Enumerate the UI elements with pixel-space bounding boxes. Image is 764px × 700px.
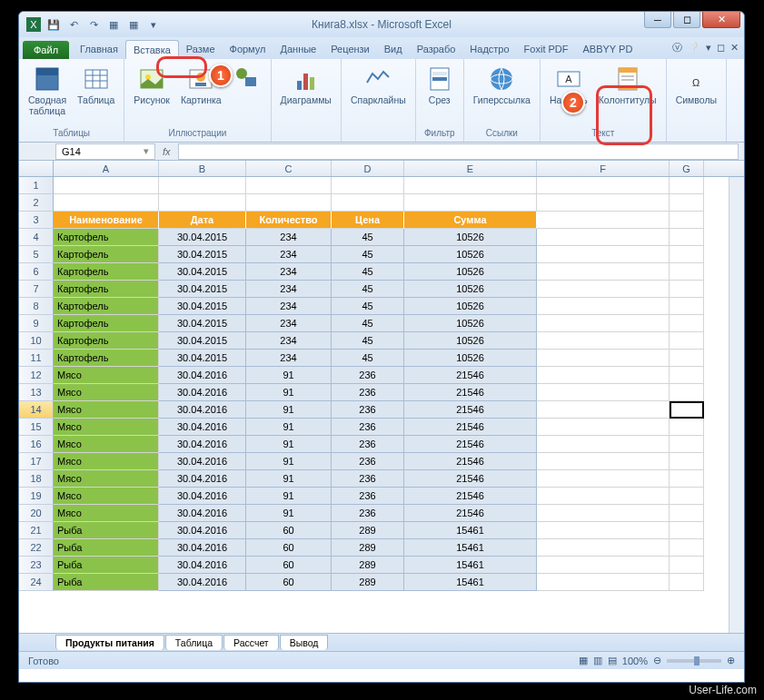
cell[interactable]: 15461 — [404, 539, 537, 557]
cell[interactable]: 30.04.2016 — [159, 574, 246, 591]
cell[interactable]: 236 — [332, 384, 404, 401]
tab-разме[interactable]: Разме — [179, 40, 223, 59]
cell[interactable]: 30.04.2016 — [159, 384, 246, 401]
cell[interactable] — [537, 419, 670, 436]
qat-dropdown-icon[interactable]: ▾ — [144, 15, 163, 34]
cell[interactable] — [537, 350, 670, 367]
cell[interactable] — [537, 384, 670, 401]
cell[interactable] — [159, 194, 246, 212]
cell[interactable]: 10526 — [404, 229, 537, 246]
tab-данные[interactable]: Данные — [273, 40, 323, 59]
cell[interactable]: 236 — [332, 419, 404, 436]
tab-формул[interactable]: Формул — [223, 40, 273, 59]
view-pagebreak-icon[interactable]: ▤ — [608, 655, 617, 666]
tab-главная[interactable]: Главная — [73, 40, 125, 59]
row-header-22[interactable]: 22 — [19, 539, 54, 557]
ribbon-restore-icon[interactable]: ◻ — [717, 42, 725, 54]
row-header-24[interactable]: 24 — [19, 574, 54, 591]
cell[interactable]: Мясо — [54, 384, 159, 401]
ribbon-options-icon[interactable]: ▾ — [706, 42, 711, 54]
ribbon-headerfooter-button[interactable]: Колонтитулы — [595, 63, 660, 108]
cell[interactable]: Рыба — [54, 522, 159, 539]
col-header-F[interactable]: F — [537, 161, 670, 176]
cell[interactable] — [670, 315, 704, 332]
cell[interactable] — [537, 263, 670, 281]
cell[interactable]: 10526 — [404, 315, 537, 332]
header-cell[interactable]: Наименование — [54, 212, 159, 229]
cell[interactable]: 236 — [332, 470, 404, 488]
cell[interactable] — [670, 557, 704, 574]
cell[interactable] — [537, 436, 670, 453]
cell[interactable]: 30.04.2015 — [159, 229, 246, 246]
ribbon-shapes-dd-button[interactable] — [229, 63, 265, 97]
cell[interactable]: 289 — [332, 557, 404, 574]
cell[interactable]: 60 — [246, 557, 332, 574]
cell[interactable]: 45 — [332, 229, 404, 246]
cell[interactable]: Рыба — [54, 557, 159, 574]
row-header-14[interactable]: 14 — [19, 401, 54, 419]
cell[interactable]: 21546 — [404, 436, 537, 453]
cell[interactable]: 45 — [332, 263, 404, 281]
cell[interactable] — [246, 177, 332, 194]
cell[interactable] — [670, 470, 704, 488]
cell[interactable] — [159, 177, 246, 194]
cell[interactable]: 91 — [246, 505, 332, 522]
cell[interactable] — [670, 505, 704, 522]
minimize-ribbon-icon[interactable]: ⓥ — [672, 41, 682, 54]
cell[interactable]: 30.04.2016 — [159, 470, 246, 488]
row-header-23[interactable]: 23 — [19, 557, 54, 574]
cell[interactable]: Рыба — [54, 574, 159, 591]
col-header-A[interactable]: A — [54, 161, 159, 176]
cell[interactable] — [537, 539, 670, 557]
cell[interactable]: Мясо — [54, 488, 159, 505]
cell[interactable]: 21546 — [404, 488, 537, 505]
row-header-2[interactable]: 2 — [19, 194, 54, 212]
ribbon-chart-button[interactable]: Диаграммы — [277, 63, 335, 108]
cell[interactable] — [537, 246, 670, 263]
cell[interactable]: Картофель — [54, 263, 159, 281]
zoom-out-icon[interactable]: ⊖ — [653, 655, 661, 666]
tab-abbyy pd[interactable]: ABBYY PD — [576, 40, 640, 59]
cell[interactable] — [670, 246, 704, 263]
name-box-dropdown-icon[interactable]: ▾ — [144, 145, 149, 157]
ribbon-link-button[interactable]: Гиперссылка — [470, 63, 534, 108]
cell[interactable]: 289 — [332, 539, 404, 557]
cell[interactable] — [670, 332, 704, 350]
cell[interactable]: 45 — [332, 332, 404, 350]
cell[interactable]: 10526 — [404, 281, 537, 298]
ribbon-pivot-button[interactable]: Своднаятаблица — [25, 63, 70, 118]
cell[interactable]: 10526 — [404, 263, 537, 281]
cell[interactable]: Мясо — [54, 470, 159, 488]
cell[interactable] — [537, 453, 670, 470]
help-icon[interactable]: ❔ — [688, 42, 700, 54]
cell[interactable] — [670, 522, 704, 539]
cell[interactable]: 289 — [332, 574, 404, 591]
cell[interactable]: 91 — [246, 384, 332, 401]
cell[interactable] — [537, 298, 670, 315]
cell[interactable] — [537, 315, 670, 332]
cell[interactable] — [670, 488, 704, 505]
cell[interactable]: 10526 — [404, 246, 537, 263]
name-box[interactable]: G14 ▾ — [55, 143, 155, 160]
zoom-slider[interactable] — [667, 659, 721, 663]
cell[interactable] — [670, 298, 704, 315]
cell[interactable]: 91 — [246, 488, 332, 505]
cell[interactable]: 91 — [246, 453, 332, 470]
cell[interactable]: 30.04.2015 — [159, 332, 246, 350]
cell[interactable] — [537, 177, 670, 194]
row-header-5[interactable]: 5 — [19, 246, 54, 263]
file-tab[interactable]: Файл — [23, 41, 69, 59]
cell[interactable] — [537, 505, 670, 522]
cell[interactable]: Картофель — [54, 246, 159, 263]
row-header-10[interactable]: 10 — [19, 332, 54, 350]
cell[interactable]: Рыба — [54, 539, 159, 557]
cell[interactable]: 60 — [246, 574, 332, 591]
cell[interactable] — [670, 401, 704, 419]
ribbon-table-button[interactable]: Таблица — [74, 63, 118, 108]
cell[interactable]: 15461 — [404, 557, 537, 574]
cell[interactable]: 30.04.2015 — [159, 315, 246, 332]
header-cell[interactable]: Дата — [159, 212, 246, 229]
tab-рецензи[interactable]: Рецензи — [323, 40, 377, 59]
cell[interactable]: 21546 — [404, 367, 537, 384]
cell[interactable]: Мясо — [54, 436, 159, 453]
